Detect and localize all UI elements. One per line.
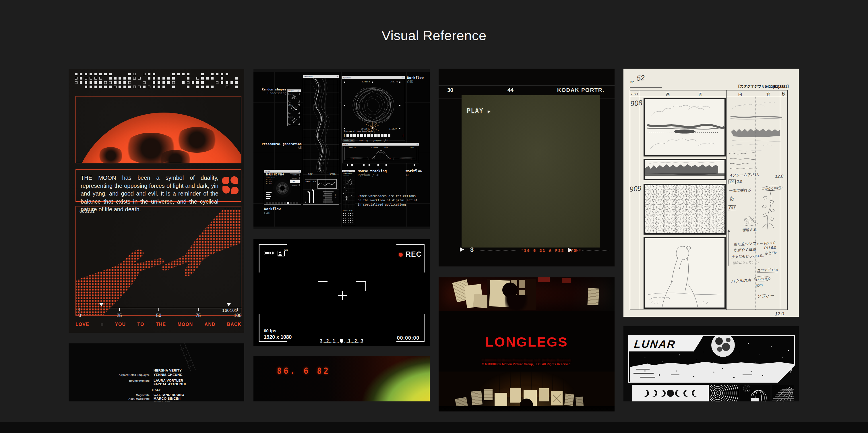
matrix-square <box>94 81 97 84</box>
annotation: 風に立つソフィー <box>733 240 763 247</box>
storyboard-no-label: No. <box>630 80 635 84</box>
credit-row: Bounty HuntersLAURA VÖRTLER <box>69 379 244 382</box>
annotation: 4フレーム下さい, <box>730 172 759 178</box>
window-controls-icon: _□× <box>297 90 300 92</box>
credit-name: LAURA VÖRTLER <box>154 379 183 382</box>
caption-word: THE <box>156 322 166 327</box>
matrix-square <box>187 81 189 84</box>
header-frame: 面 <box>699 91 702 97</box>
matrix-square <box>201 86 204 88</box>
rec-label: REC <box>406 250 422 258</box>
annotation: OL 2.0 <box>728 179 742 184</box>
matrix-square <box>128 81 131 84</box>
window-controls-icon: _□× <box>352 171 354 172</box>
header-cut: カット <box>631 92 639 96</box>
tile-workspace-ui[interactable]: Random shapes Processing Shapes_□× <box>253 69 430 229</box>
svg-text:41307: 41307 <box>289 105 293 106</box>
storyboard-panel-clouds <box>644 98 726 156</box>
header-frame: 画 <box>666 91 670 97</box>
annotation: 12.0 <box>775 311 784 316</box>
film-frame-number-left: 30 <box>447 87 453 93</box>
lunar-title: LUNAR <box>633 338 676 350</box>
matrix-square <box>211 86 214 88</box>
torus-button: WIDTH <box>290 174 300 176</box>
storyboard-panel-sophie <box>644 237 726 309</box>
matrix-square <box>119 81 121 84</box>
credit-row: FAYCAL ATTOUGUI <box>69 382 244 386</box>
window-torus: Torus_□× TORUS UI V006 Size: 6771X: 1317… <box>264 170 301 205</box>
focus-bracket <box>356 281 366 291</box>
credit-row: TranslatorEVITA CIRI <box>69 401 244 401</box>
label-workflow-c4d-bottom: Workflow C4D <box>264 207 281 215</box>
scale-ticks: 0255075100 <box>75 308 242 318</box>
tile-kodak-film-frame[interactable]: 30 44 KODAK PORTR. PLAY ▶ 3 '16 6 21 A F… <box>439 69 615 267</box>
matrix-square <box>114 77 117 80</box>
annotation-arrow-head <box>727 229 730 232</box>
battery-icon <box>264 251 272 255</box>
torus-buttons: WIDTHHEIGHTFILLIGNORE <box>290 174 300 187</box>
label-random-shapes: Random shapes Processing <box>259 88 286 95</box>
moon-phases-strip <box>632 385 709 401</box>
matrix-square <box>226 86 228 88</box>
matrix-square <box>187 77 189 80</box>
annotation: P.U 6.0 <box>764 245 776 250</box>
scale-marker-icon <box>99 303 103 306</box>
matrix-square <box>226 81 228 84</box>
matrix-square <box>211 73 214 75</box>
matrix-square <box>236 86 238 88</box>
header-content: 容 <box>766 91 770 97</box>
credit-name: MARCO SINCINI <box>154 397 181 400</box>
tile-ghibli-storyboard[interactable]: No. 52 【スタジオジブリ0422(53)2881】 カット 画 面 内 容… <box>623 69 799 317</box>
frame-bracket <box>396 244 425 273</box>
matrix-square <box>114 81 117 84</box>
annotation: 12.0 <box>775 174 784 179</box>
credit-row: Asst. MagistrateMARCO SINCINI <box>69 397 244 400</box>
focus-bracket <box>318 281 328 291</box>
matrix-square <box>177 73 180 75</box>
matrix-square <box>196 81 199 84</box>
moon-illustration <box>75 113 241 163</box>
caption-word: TO <box>137 322 144 327</box>
matrix-square <box>236 81 238 84</box>
tile-datestamp-photo[interactable]: 86. 6 82 <box>253 356 430 401</box>
matrix-square <box>182 81 185 84</box>
scale-tick: 100 <box>234 308 242 318</box>
content-sketch <box>728 97 784 158</box>
credit-row: Airport Retail EmployeeYENNIS CHEUNG <box>69 373 244 376</box>
matrix-square <box>187 73 189 75</box>
matrix-square <box>128 73 131 75</box>
matrix-square <box>90 81 92 84</box>
moon-phase-icon <box>642 390 649 397</box>
torus-field: Y: 3736 <box>266 181 275 183</box>
tile-film-credits[interactable]: HERSHA VERITYAirport Retail EmployeeYENN… <box>69 343 244 401</box>
matrix-square <box>80 77 82 80</box>
tile-lunar-graphic[interactable]: LUNAR <box>623 326 799 401</box>
film-index: 3 <box>470 246 474 253</box>
film-arrow-icon <box>568 248 572 252</box>
matrix-square <box>85 81 87 84</box>
annotation: 増殖する。 <box>742 227 760 232</box>
credit-role: Airport Retail Employee <box>69 373 154 376</box>
matrix-square <box>119 86 121 88</box>
film-image-area: PLAY ▶ <box>462 95 600 248</box>
matrix-square <box>128 86 131 88</box>
torus-frame-strip <box>266 200 299 205</box>
scale-tick: 75 <box>194 308 203 318</box>
matrix-square <box>172 73 175 75</box>
matrix-square <box>123 81 126 84</box>
scale-tick: 25 <box>115 308 124 318</box>
flower-cluster-sketch <box>741 215 761 227</box>
globe-panel <box>740 385 770 401</box>
tile-moon-poster[interactable]: THE MOON has been a symbol of duality, r… <box>69 69 244 333</box>
matrix-square <box>162 86 165 88</box>
label-mouse-tracking: Mouse tracking Python / AE <box>358 169 386 177</box>
footer-band <box>0 422 868 433</box>
credit-name: GAETANO BRUNO <box>154 393 184 397</box>
matrix-square <box>133 86 136 88</box>
matrix-square <box>104 73 107 75</box>
matrix-square <box>196 77 199 80</box>
torus-bars <box>266 192 273 200</box>
tile-longlegs-title-card[interactable]: LONGLEGS © MMXXIII C2 Motion Picture Gro… <box>439 277 615 411</box>
matrix-square <box>128 77 131 80</box>
tile-camera-viewfinder[interactable]: ON REC 60 fps 1920 x 1080 3...2...1.....… <box>253 239 430 346</box>
